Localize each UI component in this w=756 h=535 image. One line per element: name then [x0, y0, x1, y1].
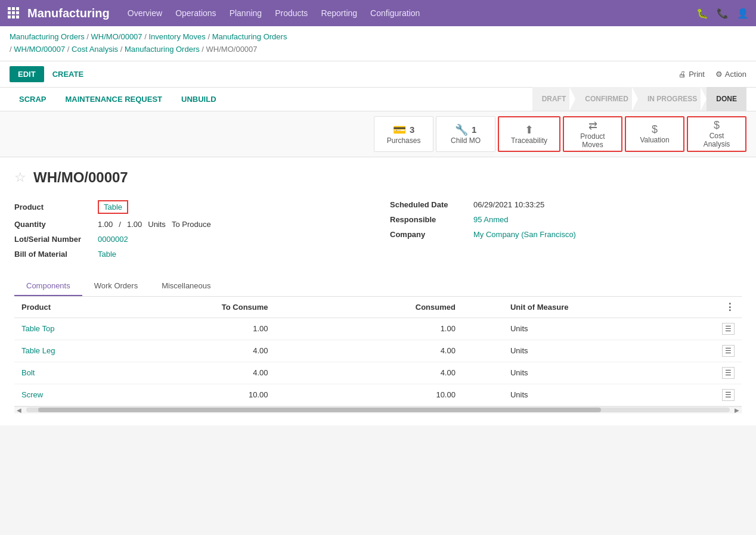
app-brand: Manufacturing — [27, 7, 110, 20]
breadcrumb-current: WH/MO/00007 — [206, 45, 258, 54]
phone-icon[interactable]: 📞 — [717, 8, 729, 19]
row-product-1[interactable]: Table Leg — [14, 340, 129, 362]
row-detail-icon-3[interactable]: ☰ — [677, 384, 742, 406]
status-confirmed: CONFIRMED — [575, 87, 638, 111]
company-value[interactable]: My Company (San Francisco) — [473, 230, 576, 239]
smart-btn-traceability[interactable]: ⬆ Traceability — [498, 116, 560, 152]
company-label: Company — [390, 230, 467, 239]
tab-work-orders[interactable]: Work Orders — [82, 276, 150, 296]
breadcrumb-mo-00007-2[interactable]: WH/MO/00007 — [14, 45, 65, 54]
lot-value[interactable]: 0000002 — [98, 235, 128, 244]
bom-value[interactable]: Table — [98, 250, 116, 259]
row-to-consume-0: 1.00 — [129, 318, 275, 340]
column-menu-icon[interactable]: ⋮ — [725, 302, 735, 312]
scrap-button[interactable]: SCRAP — [10, 87, 56, 111]
quantity-suffix: To Produce — [172, 220, 211, 229]
smart-btn-valuation[interactable]: $ Valuation — [625, 116, 684, 152]
row-detail-icon-1[interactable]: ☰ — [677, 340, 742, 362]
bug-icon[interactable]: 🐛 — [696, 8, 708, 19]
form-section: Product Table Quantity 1.00 / 1.00 Units… — [14, 200, 742, 265]
action-bar: EDIT CREATE 🖨 Print ⚙ Action — [0, 61, 756, 88]
tab-miscellaneous[interactable]: Miscellaneous — [150, 276, 222, 296]
product-value[interactable]: Table — [98, 200, 128, 214]
scroll-left-arrow[interactable]: ◀ — [14, 407, 24, 413]
smart-btn-cost-analysis[interactable]: $ CostAnalysis — [687, 116, 746, 152]
lot-serial-field: Lot/Serial Number 0000002 — [14, 235, 366, 244]
menu-configuration[interactable]: Configuration — [370, 8, 420, 18]
menu-products[interactable]: Products — [275, 8, 308, 18]
main-content: ☆ WH/MO/00007 Product Table Quantity 1.0… — [0, 157, 756, 425]
unbuild-button[interactable]: UNBUILD — [172, 87, 226, 111]
row-uom-1: Units — [503, 340, 677, 362]
scroll-track[interactable] — [26, 408, 730, 412]
print-button[interactable]: 🖨 Print — [678, 70, 705, 79]
col-consumed: Consumed — [275, 297, 503, 318]
dollar-icon-valuation: $ — [652, 123, 658, 136]
record-title: WH/MO/00007 — [33, 169, 128, 186]
company-field: Company My Company (San Francisco) — [390, 230, 742, 239]
table-row: Bolt 4.00 4.00 Units ☰ — [14, 362, 742, 384]
row-consumed-0: 1.00 — [275, 318, 503, 340]
smart-buttons-bar: 💳 3 Purchases 🔧 1 Child MO ⬆ Traceabilit… — [0, 111, 756, 157]
scheduled-date-field: Scheduled Date 06/29/2021 10:33:25 — [390, 200, 742, 209]
breadcrumb-manufacturing-orders-2[interactable]: Manufacturing Orders — [212, 32, 287, 41]
gear-icon: ⚙ — [715, 70, 723, 79]
scroll-bar[interactable]: ◀ ▶ — [14, 406, 742, 413]
col-menu[interactable]: ⋮ — [677, 297, 742, 318]
svg-rect-8 — [16, 15, 19, 18]
row-detail-icon-0[interactable]: ☰ — [677, 318, 742, 340]
child-mo-label: Child MO — [451, 136, 481, 145]
smart-btn-child-mo[interactable]: 🔧 1 Child MO — [436, 116, 495, 152]
tab-components[interactable]: Components — [14, 276, 82, 296]
maintenance-request-button[interactable]: MAINTENANCE REQUEST — [56, 87, 172, 111]
svg-rect-1 — [12, 7, 15, 10]
edit-button[interactable]: EDIT — [10, 66, 44, 82]
breadcrumb-manufacturing-orders[interactable]: Manufacturing Orders — [10, 32, 85, 41]
row-consumed-3: 10.00 — [275, 384, 503, 406]
main-menu: Overview Operations Planning Products Re… — [128, 8, 696, 18]
status-done: DONE — [707, 87, 746, 111]
breadcrumb-mo-00007-1[interactable]: WH/MO/00007 — [91, 32, 142, 41]
create-button[interactable]: CREATE — [52, 70, 83, 79]
action-bar-right: 🖨 Print ⚙ Action — [678, 70, 746, 79]
user-icon[interactable]: 👤 — [737, 8, 749, 19]
svg-rect-2 — [16, 7, 19, 10]
menu-planning[interactable]: Planning — [230, 8, 262, 18]
table-row: Screw 10.00 10.00 Units ☰ — [14, 384, 742, 406]
menu-reporting[interactable]: Reporting — [321, 8, 357, 18]
bom-field: Bill of Material Table — [14, 250, 366, 259]
svg-rect-3 — [8, 11, 11, 14]
menu-operations[interactable]: Operations — [175, 8, 216, 18]
quantity-separator: / — [119, 220, 121, 229]
apps-icon[interactable] — [7, 7, 19, 20]
action-button[interactable]: ⚙ Action — [715, 70, 746, 79]
breadcrumb-inventory-moves[interactable]: Inventory Moves — [148, 32, 205, 41]
row-product-0[interactable]: Table Top — [14, 318, 129, 340]
breadcrumb-manufacturing-orders-3[interactable]: Manufacturing Orders — [125, 45, 200, 54]
arrows-icon: ⇄ — [588, 119, 597, 132]
quantity-value2: 1.00 — [127, 220, 142, 229]
product-label: Product — [14, 203, 92, 211]
row-uom-3: Units — [503, 384, 677, 406]
row-product-3[interactable]: Screw — [14, 384, 129, 406]
traceability-icon: ⬆ — [525, 123, 534, 136]
status-bar: DRAFT CONFIRMED IN PROGRESS DONE — [532, 87, 746, 111]
breadcrumb-cost-analysis[interactable]: Cost Analysis — [72, 45, 118, 54]
row-detail-icon-2[interactable]: ☰ — [677, 362, 742, 384]
row-to-consume-3: 10.00 — [129, 384, 275, 406]
row-to-consume-2: 4.00 — [129, 362, 275, 384]
purchases-label: Purchases — [387, 136, 421, 145]
scroll-right-arrow[interactable]: ▶ — [732, 407, 742, 413]
bom-label: Bill of Material — [14, 250, 92, 259]
menu-overview[interactable]: Overview — [128, 8, 162, 18]
responsible-field: Responsible 95 Anmed — [390, 215, 742, 224]
quantity-label: Quantity — [14, 220, 92, 229]
smart-btn-product-moves[interactable]: ⇄ ProductMoves — [563, 116, 622, 152]
smart-btn-purchases[interactable]: 💳 3 Purchases — [374, 116, 433, 152]
row-product-2[interactable]: Bolt — [14, 362, 129, 384]
col-uom: Unit of Measure — [503, 297, 677, 318]
responsible-value[interactable]: 95 Anmed — [473, 215, 509, 224]
favorite-star[interactable]: ☆ — [14, 170, 26, 185]
svg-rect-0 — [8, 7, 11, 10]
top-navigation: Manufacturing Overview Operations Planni… — [0, 0, 756, 26]
